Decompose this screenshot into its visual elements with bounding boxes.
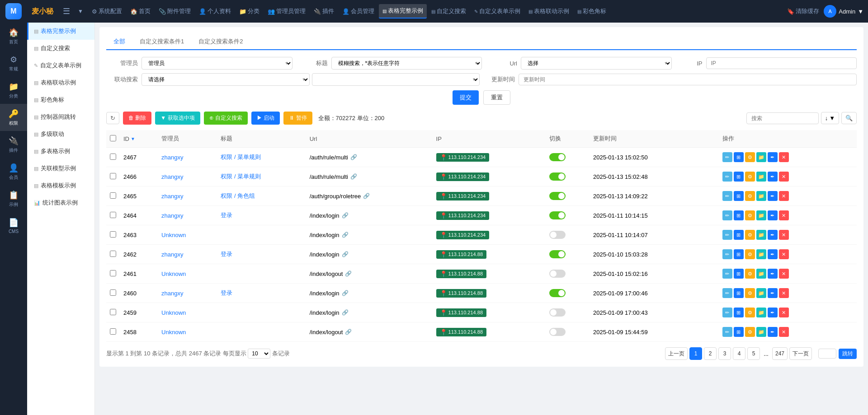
dropdown-button[interactable]: ▼ xyxy=(75,6,86,16)
admin-link[interactable]: zhangxy xyxy=(161,173,183,180)
select-all-checkbox[interactable] xyxy=(110,135,116,141)
sidebar-multi-level[interactable]: ▤ 多级联动 xyxy=(27,126,94,143)
copy-button[interactable]: ⊞ xyxy=(734,308,744,317)
nav-example[interactable]: 📋 示例 xyxy=(0,185,27,212)
external-link-icon[interactable]: 🔗 xyxy=(342,232,349,238)
toggle-switch[interactable] xyxy=(549,270,566,278)
pause-button[interactable]: ⏸ 暂停 xyxy=(283,112,312,125)
folder-button[interactable]: 📁 xyxy=(756,230,766,240)
row-checkbox[interactable] xyxy=(110,289,116,296)
pen-button[interactable]: ✒ xyxy=(768,230,778,240)
edit-button[interactable]: ✏ xyxy=(722,172,732,182)
external-link-icon[interactable]: 🔗 xyxy=(345,329,352,335)
copy-button[interactable]: ⊞ xyxy=(734,152,744,162)
copy-button[interactable]: ⊞ xyxy=(734,249,744,259)
copy-button[interactable]: ⊞ xyxy=(734,269,744,279)
row-checkbox[interactable] xyxy=(110,309,116,315)
external-link-icon[interactable]: 🔗 xyxy=(342,309,349,316)
delete-row-button[interactable]: ✕ xyxy=(779,210,789,220)
tab-custom2[interactable]: 自定义搜索条件2 xyxy=(191,34,250,50)
topbar-table-complete[interactable]: ▤ 表格完整示例 xyxy=(379,4,427,19)
topbar-custom-list[interactable]: ✎ 自定义表单示例 xyxy=(471,5,524,18)
toggle-switch[interactable] xyxy=(549,231,566,239)
row-checkbox[interactable] xyxy=(110,270,116,276)
url-select[interactable]: 选择 xyxy=(521,57,672,70)
edit-button[interactable]: ✏ xyxy=(722,308,732,317)
copy-button[interactable]: ⊞ xyxy=(734,327,744,337)
admin-link[interactable]: Unknown xyxy=(161,232,186,238)
toggle-switch[interactable] xyxy=(549,289,566,297)
toggle-switch[interactable] xyxy=(549,308,566,317)
table-search-input[interactable] xyxy=(746,112,819,124)
toggle-switch[interactable] xyxy=(549,250,566,258)
row-checkbox[interactable] xyxy=(110,328,116,335)
config-button[interactable]: ⚙ xyxy=(745,230,755,240)
topbar-attachment[interactable]: 📎 附件管理 xyxy=(155,5,194,18)
folder-button[interactable]: 📁 xyxy=(756,327,766,337)
goto-button[interactable]: 跳转 xyxy=(839,349,857,359)
pen-button[interactable]: ✒ xyxy=(768,210,778,220)
clear-cache-button[interactable]: 🔖 清除缓存 xyxy=(787,7,819,15)
page-3-button[interactable]: 3 xyxy=(718,347,731,360)
topbar-home[interactable]: 🏠 首页 xyxy=(127,5,154,18)
pen-button[interactable]: ✒ xyxy=(768,152,778,162)
external-link-icon[interactable]: 🔗 xyxy=(342,251,349,257)
config-button[interactable]: ⚙ xyxy=(745,308,755,317)
admin-link[interactable]: Unknown xyxy=(161,329,186,336)
delete-row-button[interactable]: ✕ xyxy=(779,308,789,317)
ip-input[interactable] xyxy=(706,57,857,69)
download-button[interactable]: ↓ ▼ xyxy=(821,112,839,124)
topbar-system-config[interactable]: ⚙ 系统配置 xyxy=(88,5,126,18)
tab-all[interactable]: 全部 xyxy=(106,34,132,50)
topbar-profile[interactable]: 👤 个人资料 xyxy=(195,5,235,18)
title-select[interactable]: 模糊搜索，*表示任意字符 xyxy=(331,57,482,70)
row-checkbox[interactable] xyxy=(110,212,116,218)
nav-plugin[interactable]: 🔌 插件 xyxy=(0,131,27,158)
delete-row-button[interactable]: ✕ xyxy=(779,327,789,337)
sidebar-table-complete[interactable]: ▤ 表格完整示例 xyxy=(27,23,94,40)
nav-general[interactable]: ⚙ 常规 xyxy=(0,50,27,77)
refresh-button[interactable]: ↻ xyxy=(106,112,119,124)
pen-button[interactable]: ✒ xyxy=(768,308,778,317)
next-page-button[interactable]: 下一页 xyxy=(789,347,812,360)
link-search-select2[interactable] xyxy=(312,73,480,86)
external-link-icon[interactable]: 🔗 xyxy=(363,193,370,199)
sidebar-color-icon[interactable]: ▤ 彩色角标 xyxy=(27,91,94,108)
tab-custom1[interactable]: 自定义搜索条件1 xyxy=(132,34,191,50)
nav-member[interactable]: 👤 会员 xyxy=(0,158,27,185)
config-button[interactable]: ⚙ xyxy=(745,152,755,162)
row-checkbox[interactable] xyxy=(110,173,116,179)
edit-button[interactable]: ✏ xyxy=(722,327,732,337)
external-link-icon[interactable]: 🔗 xyxy=(345,270,352,277)
admin-link[interactable]: zhangxy xyxy=(161,290,183,297)
sidebar-chart[interactable]: 📊 统计图表示例 xyxy=(27,194,94,211)
title-link[interactable]: 权限 / 菜单规则 xyxy=(221,154,261,160)
per-page-select[interactable]: 10 20 50 xyxy=(248,349,270,359)
title-link[interactable]: 权限 / 角色组 xyxy=(221,192,255,199)
sidebar-multi-table[interactable]: ▤ 多表格示例 xyxy=(27,143,94,160)
title-link[interactable]: 登录 xyxy=(221,289,232,296)
toggle-switch[interactable] xyxy=(549,173,566,181)
pen-button[interactable]: ✒ xyxy=(768,269,778,279)
filter-reset-button[interactable]: 重置 xyxy=(483,90,510,105)
edit-button[interactable]: ✏ xyxy=(722,288,732,298)
page-4-button[interactable]: 4 xyxy=(733,347,745,360)
pen-button[interactable]: ✒ xyxy=(768,327,778,337)
topbar-custom-search[interactable]: ▤ 自定义搜索 xyxy=(428,5,470,18)
pen-button[interactable]: ✒ xyxy=(768,249,778,259)
get-selected-button[interactable]: ▼ 获取选中项 xyxy=(155,112,200,125)
delete-row-button[interactable]: ✕ xyxy=(779,288,789,298)
delete-row-button[interactable]: ✕ xyxy=(779,191,789,201)
copy-button[interactable]: ⊞ xyxy=(734,191,744,201)
update-time-input[interactable] xyxy=(519,74,857,85)
folder-button[interactable]: 📁 xyxy=(756,308,766,317)
pen-button[interactable]: ✒ xyxy=(768,172,778,182)
edit-button[interactable]: ✏ xyxy=(722,210,732,220)
admin-user-menu[interactable]: A Admin ▼ xyxy=(824,5,863,18)
config-button[interactable]: ⚙ xyxy=(745,191,755,201)
toggle-switch[interactable] xyxy=(549,211,566,219)
topbar-table-link[interactable]: ▤ 表格联动示例 xyxy=(525,5,573,18)
page-5-button[interactable]: 5 xyxy=(747,347,760,360)
folder-button[interactable]: 📁 xyxy=(756,288,766,298)
edit-button[interactable]: ✏ xyxy=(722,152,732,162)
